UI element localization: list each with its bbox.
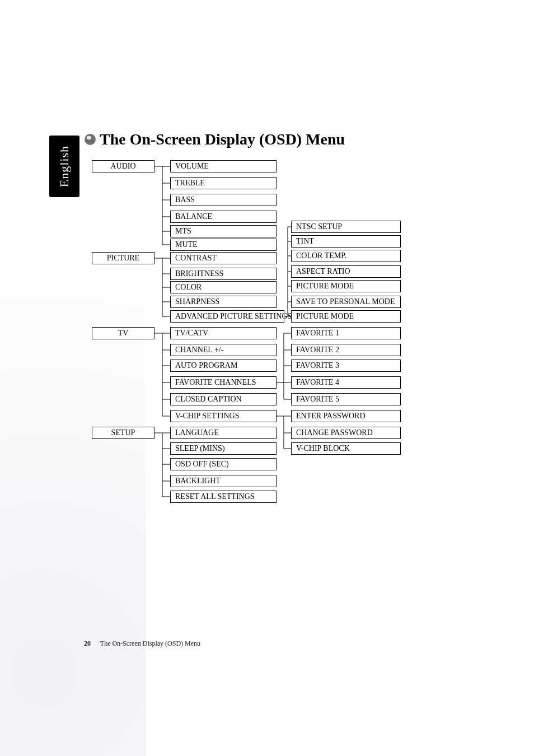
tree-node: V-CHIP SETTINGS: [170, 410, 277, 422]
tree-node: SETUP: [92, 427, 154, 439]
footer-section: The On-Screen Display (OSD) Menu: [100, 640, 200, 647]
language-tab-label: English: [57, 146, 72, 187]
tree-node: CONTRAST: [170, 252, 277, 264]
tree-node: VOLUME: [170, 160, 277, 172]
tree-node: PICTURE MODE: [291, 280, 401, 292]
tree-node: OSD OFF (SEC): [170, 458, 277, 470]
tree-node: CHANNEL +/-: [170, 344, 277, 356]
tree-node: NTSC SETUP: [291, 221, 401, 233]
tree-node: TV/CATV: [170, 327, 277, 339]
tree-node: TINT: [291, 235, 401, 248]
svg-point-1: [87, 136, 91, 139]
title-text: The On-Screen Display (OSD) Menu: [100, 130, 345, 148]
tree-node: BRIGHTNESS: [170, 268, 277, 280]
tree-node: CHANGE PASSWORD: [291, 427, 401, 439]
tree-node: AUTO PROGRAM: [170, 360, 277, 372]
page-number: 20: [84, 640, 91, 647]
tree-node: FAVORITE 5: [291, 393, 401, 405]
tree-node: COLOR: [170, 281, 277, 293]
tree-node: SHARPNESS: [170, 296, 277, 308]
tree-node: CLOSED CAPTION: [170, 393, 277, 405]
tree-node: ASPECT RATIO: [291, 265, 401, 278]
tree-node: MUTE: [170, 239, 277, 251]
tree-node: FAVORITE 2: [291, 344, 401, 356]
tree-node: BASS: [170, 194, 277, 206]
osd-menu-tree: AUDIOVOLUMETREBLEBASSBALANCEMTSMUTEPICTU…: [92, 160, 403, 505]
tree-node: FAVORITE 4: [291, 376, 401, 389]
svg-point-0: [85, 134, 96, 145]
tree-node: TREBLE: [170, 177, 277, 189]
tree-node: TV: [92, 327, 154, 339]
tree-node: FAVORITE 3: [291, 360, 401, 372]
tree-node: MTS: [170, 225, 277, 237]
tree-node: PICTURE MODE: [291, 310, 401, 323]
bullet-icon: [84, 132, 96, 150]
page-footer: 20 The On-Screen Display (OSD) Menu: [84, 640, 200, 648]
tree-node: ADVANCED PICTURE SETTINGS: [170, 310, 284, 323]
tree-node: PICTURE: [92, 252, 154, 264]
tree-node: AUDIO: [92, 160, 154, 172]
tree-node: BACKLIGHT: [170, 475, 277, 487]
tree-node: V-CHIP BLOCK: [291, 442, 401, 455]
tree-node: COLOR TEMP.: [291, 250, 401, 262]
tree-node: SLEEP (MINS): [170, 442, 277, 455]
tree-node: RESET ALL SETTINGS: [170, 491, 277, 503]
page-title: The On-Screen Display (OSD) Menu: [84, 130, 345, 150]
tree-node: BALANCE: [170, 211, 277, 223]
language-tab: English: [49, 136, 79, 197]
tree-node: FAVORITE 1: [291, 327, 401, 339]
tree-node: FAVORITE CHANNELS: [170, 376, 277, 389]
tree-node: ENTER PASSWORD: [291, 410, 401, 422]
tree-node: SAVE TO PERSONAL MODE: [291, 296, 401, 308]
tree-node: LANGUAGE: [170, 427, 277, 439]
